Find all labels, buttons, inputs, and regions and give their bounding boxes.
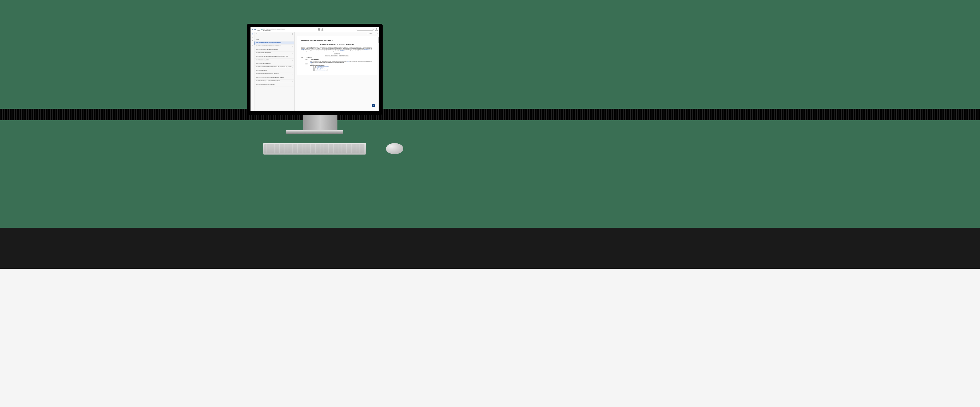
intro-paragraph: Any or all of the following provisions m…: [301, 47, 372, 51]
nav-item-section1[interactable]: SECTION 1 GENERAL DEFINITIONS AND PROVIS…: [255, 45, 294, 48]
nav-cover[interactable]: Cover: [255, 38, 294, 41]
nav-item-section11[interactable]: SECTION 11 MARK-TO-MARKET CURRENCY SWAPS…: [255, 80, 294, 83]
view-icon: [318, 28, 320, 30]
sidebar-panel: Menu × ⌄ Cover 2021 ISDA INTEREST RATE D…: [255, 32, 294, 111]
chevron-down-icon: ⌄: [292, 84, 293, 85]
chevron-down-icon: ⌄: [292, 80, 293, 82]
zoom-label: Zoom: [321, 30, 323, 31]
desk-edge-strip: [0, 109, 980, 120]
screen: ISDA ‹ Library 2021 ISDA Interest Rates …: [250, 27, 379, 111]
account-icon: [376, 28, 377, 30]
scrollbar-thumb[interactable]: [378, 37, 379, 43]
account-button[interactable]: Account: [375, 28, 378, 31]
monitor-stand-base: [286, 130, 343, 134]
zoom-button[interactable]: Zoom: [321, 28, 323, 31]
nav-item-section9[interactable]: SECTION 9 BESPOKE TRIGGERS AND FALLBACKS…: [255, 72, 294, 76]
nav-item-title[interactable]: 2021 ISDA INTEREST RATE DERIVATIVES DEFI…: [255, 41, 294, 45]
document-page: International Swaps and Derivatives Asso…: [297, 36, 377, 75]
chevron-down-icon: ⌄: [292, 70, 293, 71]
account-label: Account: [375, 30, 378, 31]
more-icon[interactable]: ⋮: [251, 37, 253, 38]
clause-1-1: 1.1 Architecture.: [301, 57, 372, 58]
section-1-number: SECTION 1: [301, 53, 372, 55]
toc-icon[interactable]: [251, 34, 253, 35]
chevron-down-icon: ⌄: [292, 46, 293, 47]
chevron-down-icon: ⌄: [292, 66, 293, 68]
menu-label: Menu: [256, 33, 259, 35]
print-icon[interactable]: [371, 33, 373, 34]
document-title: 2021 ISDA INTEREST RATE DERIVATIVES DEFI…: [301, 44, 372, 46]
isda-logo: ISDA: [251, 29, 256, 30]
doc-title-line1: 2021 ISDA Interest Rates Derivatives Def…: [263, 29, 285, 30]
notes-icon[interactable]: [251, 44, 253, 46]
doc-title-line2: V4 16-Dec-2021: [263, 30, 285, 31]
content-toolbar: [367, 33, 377, 34]
link-2021-defs-b[interactable]: 2021 Definitions: [340, 50, 347, 51]
monitor-stand-neck: [303, 115, 337, 132]
sidebar-header: Menu ×: [255, 32, 294, 35]
content-area: International Swaps and Derivatives Asso…: [294, 32, 379, 111]
zoom-icon: [321, 28, 323, 30]
section-1-title: GENERAL DEFINITIONS AND PROVISIONS: [301, 55, 372, 57]
scroll-to-top-button[interactable]: ⌃: [372, 104, 375, 107]
bookmark-icon[interactable]: [251, 40, 253, 42]
library-label: Library: [258, 30, 260, 31]
matrix-item: (iv)the Mark-to-Market Matrix; and: [313, 70, 372, 71]
association-name: International Swaps and Derivatives Asso…: [301, 40, 372, 41]
nav-item-section7[interactable]: SECTION 7 OVERNIGHT RATE COMPOUNDING AND…: [255, 65, 294, 69]
nav-item-section12[interactable]: SECTION 12 CERTAIN DEFINITIONS AND⌄: [255, 83, 294, 86]
keyboard: [263, 143, 366, 155]
chevron-up-icon: ⌃: [373, 105, 374, 107]
nav-item-section10[interactable]: SECTION 10 DISCOUNT RATES AND CERTAIN BE…: [255, 76, 294, 80]
matrix-link[interactable]: Mark-to-Market Matrix: [317, 70, 325, 71]
chevron-down-icon: ⌄: [292, 73, 293, 75]
layout-icon[interactable]: [374, 33, 375, 34]
monitor-bezel: ISDA ‹ Library 2021 ISDA Interest Rates …: [247, 24, 383, 115]
toc-nav: Cover 2021 ISDA INTEREST RATE DERIVATIVE…: [255, 38, 294, 111]
nav-item-section5[interactable]: SECTION 5 FIXED AMOUNTS⌄: [255, 59, 294, 62]
nav-item-section8[interactable]: SECTION 8 FALLBACKS⌄: [255, 69, 294, 72]
chevron-down-icon: ⌄: [292, 63, 293, 64]
close-icon[interactable]: ×: [292, 33, 293, 35]
back-library-button[interactable]: ‹ Library: [258, 28, 260, 31]
main-body: ⋮ Menu × ⌄ Cover 2021 ISDA INTEREST RATE…: [250, 32, 379, 111]
nav-item-section3[interactable]: SECTION 3 DATES AND PERIODS⌄: [255, 51, 294, 55]
link-2021-defs-a[interactable]: 2021 Definitions: [364, 49, 371, 50]
chevron-down-icon: ⌄: [292, 56, 293, 57]
top-toolbar: ISDA ‹ Library 2021 ISDA Interest Rates …: [250, 27, 379, 32]
copy-icon[interactable]: [369, 33, 371, 34]
clause-1-1-2: 1.1.2 Matrix.: [305, 64, 372, 65]
view-button[interactable]: View: [318, 28, 320, 31]
search-input[interactable]: ⌄ ⌕: [356, 29, 374, 30]
chevron-down-icon: ⌄: [292, 49, 293, 50]
view-label: View: [318, 30, 320, 31]
definition-2021: "2021 Definitions" means the 2021 ISDA I…: [310, 61, 372, 63]
scrollbar[interactable]: [378, 37, 379, 110]
chevron-down-icon: ⌄: [292, 77, 293, 78]
chevron-down-icon: ⌄: [358, 29, 358, 30]
chevron-down-icon: ⌄: [292, 59, 293, 61]
document-indicator: 2021 ISDA Interest Rates Derivatives Def…: [261, 29, 285, 31]
link-matrix[interactable]: Matrix: [347, 61, 349, 62]
mouse: [386, 143, 403, 154]
fullscreen-icon[interactable]: [376, 33, 377, 34]
nav-item-section4[interactable]: SECTION 4 CERTAIN PAYMENTS, CALCULATIONS…: [255, 55, 294, 58]
clause-1-1-1: 1.1.1 2021 Definitions.: [305, 59, 372, 60]
search-icon: ⌕: [372, 29, 373, 30]
nav-item-section2[interactable]: SECTION 2 BUSINESS DAYS AND CURRENCIES⌄: [255, 48, 294, 51]
document-icon: [261, 29, 263, 30]
chevron-down-icon: ⌄: [292, 53, 293, 54]
nav-item-section6[interactable]: SECTION 6 FLOATING AMOUNTS⌄: [255, 62, 294, 65]
link-icon[interactable]: [367, 33, 368, 34]
collapse-all-icon[interactable]: ⌄: [292, 36, 293, 37]
left-rail: ⋮: [250, 32, 255, 111]
